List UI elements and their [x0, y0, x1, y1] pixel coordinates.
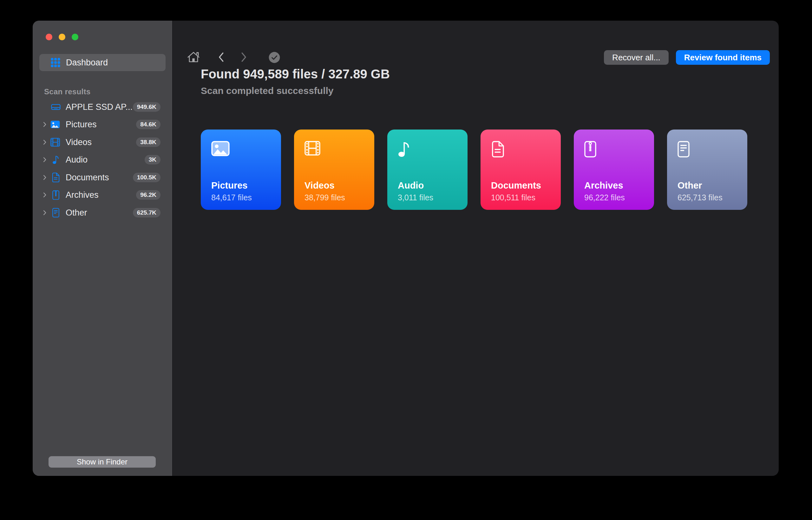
file-count-badge: 100.5K: [133, 173, 161, 182]
sidebar-item-label: Dashboard: [66, 58, 108, 68]
traffic-lights: [46, 34, 78, 40]
card-title: Documents: [491, 180, 541, 191]
card-file-count: 100,511 files: [491, 193, 535, 202]
toolbar-actions: Recover all... Review found items: [604, 50, 770, 65]
document-icon: [52, 173, 60, 182]
app-window: Dashboard Scan results APPLE SSD AP... 9…: [33, 21, 779, 476]
file-count-badge: 84.6K: [136, 120, 161, 129]
file-count-badge: 949.6K: [133, 102, 161, 112]
card-title: Archives: [584, 180, 623, 191]
card-file-count: 84,617 files: [211, 193, 252, 202]
card-file-count: 3,011 files: [398, 193, 433, 202]
card-other[interactable]: Other 625,713 files: [667, 130, 747, 210]
sidebar-item-audio[interactable]: Audio 3K: [33, 151, 172, 169]
music-note-icon: [398, 141, 411, 157]
photo-icon: [211, 141, 230, 156]
chevron-right-icon[interactable]: [43, 140, 46, 145]
show-in-finder-button[interactable]: Show in Finder: [49, 456, 156, 468]
sidebar-item-label: Other: [66, 208, 87, 217]
sidebar-item-label: Documents: [66, 173, 109, 182]
sidebar-item-dashboard[interactable]: Dashboard: [39, 54, 166, 71]
sidebar-item-drive[interactable]: APPLE SSD AP... 949.6K: [33, 98, 172, 116]
film-strip-icon: [305, 141, 320, 156]
card-title: Other: [677, 180, 702, 191]
sidebar-item-documents[interactable]: Documents 100.5K: [33, 168, 172, 186]
chevron-right-icon[interactable]: [43, 122, 46, 127]
zip-archive-icon: [584, 140, 596, 157]
film-strip-icon: [50, 138, 60, 147]
minimize-button[interactable]: [59, 34, 65, 40]
music-note-icon: [52, 155, 59, 164]
scan-status-text: Scan completed successfully: [201, 85, 334, 96]
drive-label: APPLE SSD AP...: [66, 102, 133, 112]
sidebar-item-label: Archives: [66, 190, 99, 200]
card-videos[interactable]: Videos 38,799 files: [294, 130, 374, 210]
card-audio[interactable]: Audio 3,011 files: [387, 130, 468, 210]
home-button[interactable]: [187, 51, 200, 63]
drive-icon: [51, 103, 61, 110]
category-cards: Pictures 84,617 files Videos 38,799 fil: [201, 130, 747, 210]
page-title: Found 949,589 files / 327.89 GB: [201, 66, 390, 82]
card-documents[interactable]: Documents 100,511 files: [480, 130, 561, 210]
chevron-right-icon[interactable]: [43, 192, 46, 198]
card-title: Pictures: [211, 180, 247, 191]
card-title: Audio: [398, 180, 424, 191]
file-count-badge: 625.7K: [133, 208, 161, 217]
chevron-right-icon[interactable]: [43, 210, 46, 215]
scan-results-list: APPLE SSD AP... 949.6K Pictures 84.6K: [33, 98, 172, 222]
sidebar: Dashboard Scan results APPLE SSD AP... 9…: [33, 21, 173, 476]
sidebar-item-pictures[interactable]: Pictures 84.6K: [33, 116, 172, 134]
file-count-badge: 96.2K: [136, 190, 161, 200]
main-content: Recover all... Review found items Found …: [173, 21, 779, 476]
chevron-right-icon[interactable]: [43, 175, 46, 180]
sidebar-item-other[interactable]: Other 625.7K: [33, 204, 172, 222]
card-title: Videos: [305, 180, 335, 191]
scan-results-section-label: Scan results: [44, 87, 90, 96]
sidebar-item-label: Pictures: [66, 120, 97, 130]
card-file-count: 38,799 files: [305, 193, 345, 202]
lines-document-icon: [677, 141, 690, 157]
sidebar-item-label: Audio: [66, 155, 88, 165]
document-icon: [491, 141, 504, 157]
close-button[interactable]: [46, 34, 52, 40]
recover-all-button[interactable]: Recover all...: [604, 50, 669, 65]
sidebar-item-archives[interactable]: Archives 96.2K: [33, 186, 172, 204]
sidebar-item-label: Videos: [66, 137, 92, 147]
zoom-button[interactable]: [72, 34, 78, 40]
photo-icon: [50, 121, 60, 129]
card-pictures[interactable]: Pictures 84,617 files: [201, 130, 281, 210]
sidebar-item-videos[interactable]: Videos 38.8K: [33, 133, 172, 151]
card-file-count: 625,713 files: [677, 193, 723, 202]
file-count-badge: 38.8K: [136, 137, 161, 147]
lines-document-icon: [52, 208, 59, 217]
card-file-count: 96,222 files: [584, 193, 625, 202]
chevron-right-icon[interactable]: [43, 157, 46, 162]
review-found-items-button[interactable]: Review found items: [676, 50, 770, 65]
forward-button[interactable]: [241, 52, 247, 62]
back-button[interactable]: [218, 52, 224, 62]
card-archives[interactable]: Archives 96,222 files: [574, 130, 654, 210]
checkmark-circle-icon[interactable]: [268, 51, 280, 63]
file-count-badge: 3K: [145, 155, 161, 164]
grid-icon: [51, 58, 60, 67]
zip-archive-icon: [52, 190, 59, 200]
